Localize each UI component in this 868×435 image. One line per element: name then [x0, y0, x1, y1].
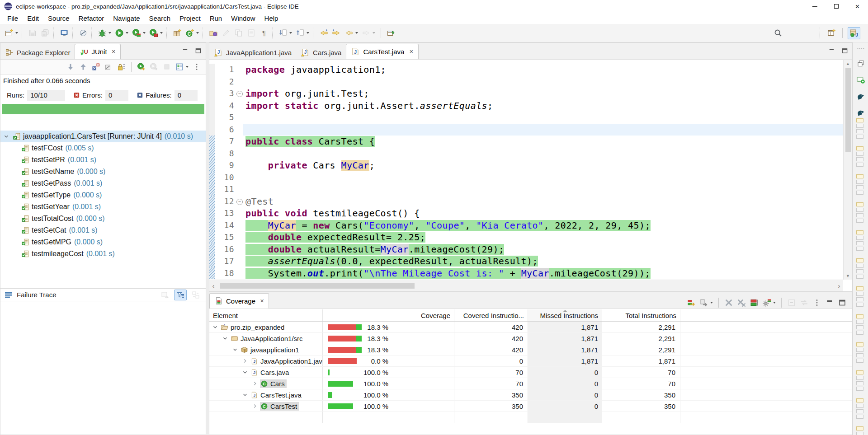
open-type-button[interactable] [208, 27, 219, 39]
code-text[interactable] [243, 148, 843, 160]
rerun-test-button[interactable] [136, 61, 147, 73]
view-menu-button[interactable] [811, 296, 823, 309]
scroll-right-icon[interactable]: › [835, 282, 843, 290]
coverage-row-CarsTest[interactable]: CCarsTest100.0 %3500350 [209, 401, 852, 412]
show-whitespace-button[interactable]: ¶ [258, 27, 270, 39]
code-text[interactable] [243, 172, 843, 184]
test-row-testFCost[interactable]: testFCost(0.005 s) [0, 142, 206, 154]
previous-annotation-button[interactable] [294, 27, 311, 39]
new-wizard-button[interactable] [3, 27, 19, 39]
code-text[interactable] [243, 112, 843, 124]
code-text[interactable]: System.out.print("\nThe Mileage Cost is:… [243, 267, 843, 280]
line-number[interactable]: 5 [215, 112, 236, 124]
line-number[interactable]: 7 [215, 136, 236, 148]
line-number[interactable]: 15 [215, 231, 236, 243]
code-text[interactable]: package javaapplication1; [243, 64, 843, 76]
menu-refactor[interactable]: Refactor [74, 14, 109, 23]
code-text[interactable] [243, 124, 843, 136]
menu-help[interactable]: Help [260, 14, 283, 23]
new-class-button[interactable]: C [184, 27, 200, 39]
menu-file[interactable]: File [3, 14, 23, 23]
coverage-row-JavaApplication1/src[interactable]: JavaApplication1/src18.3 %4201,8712,291 [209, 333, 852, 344]
coverage-settings-button[interactable] [761, 296, 777, 309]
minimize-view-button[interactable] [181, 47, 189, 55]
editor-vertical-scrollbar[interactable]: ▲ ▼ [843, 60, 852, 280]
code-text[interactable]: private Cars MyCar; [243, 159, 843, 172]
code-text[interactable]: import org.junit.Test; [243, 88, 843, 100]
column-header-missed[interactable]: Missed Instructions [528, 309, 602, 321]
test-row-testGetPass[interactable]: testGetPass(0.001 s) [0, 178, 206, 189]
code-text[interactable]: import static org.junit.Assert.assertEqu… [243, 100, 843, 112]
fold-collapse-icon[interactable] [236, 196, 243, 208]
open-perspective-button[interactable] [826, 27, 837, 39]
line-number[interactable]: 9 [215, 159, 236, 172]
dropdown-arrow-icon[interactable] [108, 32, 111, 34]
dropdown-arrow-icon[interactable] [126, 32, 128, 34]
test-row-testTotalCost[interactable]: testTotalCost(0.000 s) [0, 213, 206, 225]
test-row-testGetPR[interactable]: testGetPR(0.001 s) [0, 154, 206, 166]
dropdown-arrow-icon[interactable] [186, 66, 189, 68]
close-icon[interactable]: ✕ [409, 49, 413, 55]
run-coverage-button[interactable] [131, 27, 147, 39]
fold-collapse-icon[interactable] [236, 88, 243, 100]
test-row-testGetYear[interactable]: testGetYear(0.001 s) [0, 201, 206, 213]
code-text[interactable]: @Test [243, 196, 843, 208]
line-number[interactable]: 11 [215, 183, 236, 196]
line-number[interactable]: 12 [215, 196, 236, 208]
line-number[interactable]: 6 [215, 124, 236, 136]
scroll-up-icon[interactable]: ▲ [846, 60, 850, 67]
code-text[interactable]: public void testmileageCost() { [243, 207, 843, 220]
window-maximize-button[interactable] [826, 0, 847, 13]
dropdown-arrow-icon[interactable] [289, 32, 292, 34]
code-text[interactable]: MyCar = new Cars("Economy", "Coupe", "Ki… [243, 220, 843, 232]
coverage-row-Cars[interactable]: CCars100.0 %70070 [209, 378, 852, 389]
editor-tab-cars-java[interactable]: JCars.java [296, 46, 346, 59]
line-number[interactable]: 10 [215, 172, 236, 184]
test-row-testGetName[interactable]: testGetName(0.000 s) [0, 166, 206, 178]
line-number[interactable]: 4 [215, 100, 236, 112]
code-text[interactable]: assertEquals(0.0, expectedResult, actual… [243, 255, 843, 267]
window-close-button[interactable]: ✕ [847, 0, 868, 13]
line-number[interactable]: 14 [215, 220, 236, 232]
search-button[interactable] [772, 27, 784, 39]
back-button[interactable] [343, 27, 359, 39]
scroll-lock-button[interactable] [115, 61, 127, 73]
coverage-row-javaapplication1[interactable]: javaapplication118.3 %4201,8712,291 [209, 344, 852, 355]
code-editor[interactable]: 1package javaapplication1;23import org.j… [209, 60, 843, 280]
window-minimize-button[interactable] [804, 0, 826, 13]
menu-run[interactable]: Run [205, 14, 227, 23]
test-run-history-button[interactable] [174, 61, 190, 73]
show-next-failed-test-button[interactable] [65, 61, 76, 73]
menu-search[interactable]: Search [144, 14, 175, 23]
menu-source[interactable]: Source [43, 14, 74, 23]
next-edit-location-button[interactable] [330, 27, 342, 39]
code-text[interactable] [243, 183, 843, 196]
remove-session-button[interactable] [723, 296, 735, 309]
debug-button[interactable] [96, 27, 113, 39]
dropdown-arrow-icon[interactable] [355, 32, 358, 34]
test-row-testmileageCost[interactable]: testmileageCost(0.001 s) [0, 248, 206, 260]
show-previous-failed-test-button[interactable] [77, 61, 89, 73]
menu-edit[interactable]: Edit [23, 14, 43, 23]
next-annotation-button[interactable] [277, 27, 293, 39]
test-suite-row[interactable]: javaapplication1.CarsTest [Runner: JUnit… [0, 131, 206, 142]
view-tab-package-explorer[interactable]: Package Explorer [0, 46, 75, 59]
show-skipped-tests-only-button[interactable] [103, 61, 114, 73]
view-tab-coverage[interactable]: Coverage✕ [209, 293, 269, 309]
dump-execution-data-button[interactable] [698, 296, 714, 309]
skip-all-breakpoints-button[interactable] [77, 27, 89, 39]
filter-stack-trace-button[interactable] [174, 290, 187, 300]
restore-minimized-views-button[interactable] [856, 57, 865, 70]
dropdown-arrow-icon[interactable] [373, 32, 375, 34]
line-number[interactable]: 16 [215, 243, 236, 256]
remove-all-sessions-button[interactable] [736, 296, 747, 309]
line-number[interactable]: 13 [215, 207, 236, 220]
menu-project[interactable]: Project [175, 14, 205, 23]
profile-button[interactable] [148, 27, 164, 39]
show-failures-only-button[interactable] [90, 61, 102, 73]
dropdown-arrow-icon[interactable] [307, 32, 309, 34]
test-row-testGetCat[interactable]: testGetCat(0.001 s) [0, 225, 206, 236]
open-console-button[interactable] [58, 27, 70, 39]
run-console-view-button[interactable] [856, 74, 865, 86]
code-text[interactable]: double actualResult=MyCar.mileageCost(29… [243, 243, 843, 256]
